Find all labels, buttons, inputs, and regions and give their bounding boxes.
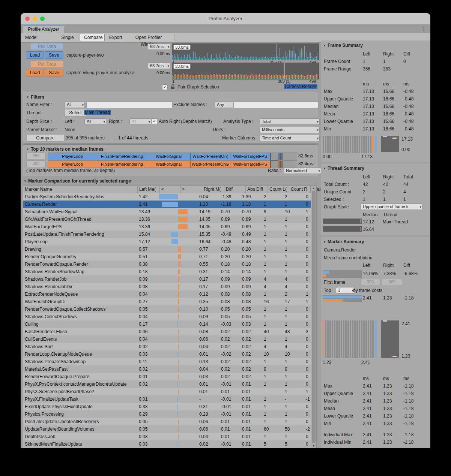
first-frame-left-button[interactable]: 356 [360,279,380,285]
frame-index-button[interactable]: 383 [26,160,46,167]
top-markers-bar[interactable]: PlayerLoopFinishFrameRenderingWaitForSig… [48,160,297,168]
load-left-button[interactable]: Load [26,51,44,59]
histogram-bar [334,320,335,358]
load-right-button[interactable]: Load [26,69,44,76]
marker-row[interactable]: Shadows.RenderShadowMap0.180.310.140.141… [23,268,311,275]
marker-row[interactable]: SkinnedMeshFinalizeUpdate0.030.02-0.010.… [23,440,311,448]
marker-row[interactable]: RenderLoop.CleanupNodeQueue0.030.01-0.02… [23,350,311,358]
column-header-left-me[interactable]: Left Me( [137,186,159,193]
marker-columns-dropdown[interactable]: Time and Count▾ [260,135,320,141]
cell: 16 [262,298,283,305]
marker-row[interactable]: PhysX.ScScene.postBroadPhase2-0.010.010.… [23,388,311,395]
pair-graph-selection-checkbox[interactable]: ✓ [162,84,168,90]
graph-bar [188,75,188,79]
name-filter-mode-dropdown[interactable]: All▾ [65,102,85,108]
frame-index-button[interactable]: 356 [26,153,46,159]
foldout-arrow-icon[interactable]: ▼ [323,167,326,170]
marker-row[interactable]: DepthPass.Job0.030.040.010.01110 [23,433,311,440]
foldout-arrow-icon[interactable]: ▼ [323,44,326,47]
summary-row: Min17.1316.66-0.48 [321,125,430,133]
unlock-icon[interactable] [170,84,175,90]
column-header-[interactable]: < [159,186,180,193]
column-header-[interactable]: > [180,186,202,193]
marker-row[interactable]: ExtractRenderNodeQueue0.040.120.080.0812… [23,290,311,298]
column-header-diff[interactable]: Diff [224,186,245,193]
marker-row[interactable]: RenderForwardOpaque.CollectShadows0.050.… [23,305,311,313]
marker-row[interactable]: Render.OpaqueGeometry0.510.710.200.20110 [23,253,311,260]
marker-row[interactable]: Semaphore.WaitForSignal13.4914.190.700.7… [23,208,311,216]
frame-time-graph-left[interactable]: 33.0ms [172,43,319,60]
foldout-arrow-icon[interactable]: ▼ [323,240,326,244]
marker-row[interactable]: Camera.Render2.411.23-1.181.18110 [23,201,311,208]
marker-row[interactable]: WaitForTargetFPS13.3614.050.690.69110 [23,223,311,231]
mode-single-button[interactable]: Single [54,34,81,41]
marker-row[interactable]: RenderForwardOpaque.Prepare0.010.030.020… [23,373,311,380]
column-header-marker-name[interactable]: Marker Name [23,186,137,193]
graph-bar [292,74,292,79]
mode-compare-button[interactable]: Compare [80,34,105,41]
marker-row[interactable]: Drawing0.570.770.200.20110 [23,245,311,253]
depth-left-dropdown[interactable]: All▾ [84,118,106,125]
foldout-arrow-icon[interactable]: ▼ [26,96,29,99]
units-dropdown[interactable]: Milliseconds▾ [260,127,320,133]
name-filter-input[interactable] [86,102,173,108]
frame-boxplot[interactable] [381,136,399,152]
foldout-arrow-icon[interactable]: ▼ [24,180,27,183]
save-right-button[interactable]: Save [45,69,63,76]
marker-row[interactable]: WaitForJobGroupID0.270.350.080.0816171 [23,298,311,305]
ratio-dropdown[interactable]: Normalised▾ [284,168,321,174]
kebab-menu-icon[interactable]: ⋮ [421,25,426,31]
pull-data-left-button[interactable]: Pull Data [30,43,63,50]
column-header-abs-diff[interactable]: ▾Abs Diff [245,186,268,193]
top-markers-bar[interactable]: PlayerLoopFinishFrameRenderingWaitForSig… [48,153,297,160]
scroll-up-icon[interactable]: ▲ [311,187,316,190]
marker-row[interactable]: BatchRenderer.Flush0.060.080.020.0240433 [23,328,311,335]
exclude-mode-dropdown[interactable]: Any▾ [215,102,236,108]
marker-row[interactable]: Shadows.PrepareShadowmap0.110.130.020.02… [23,358,311,365]
marker-row[interactable]: PostLateUpdate.FinishFrameRendering15.84… [23,231,311,238]
marker-boxplot[interactable] [381,320,399,358]
frame-histogram[interactable] [323,136,380,153]
scroll-down-icon[interactable]: ▼ [311,444,316,448]
marker-row[interactable]: Physics.Processing0.290.28-0.010.01110 [23,410,311,418]
auto-right-checkbox[interactable]: ✓ [152,118,157,124]
frame-time-graph-right[interactable]: 33.0ms [172,63,319,79]
range-dropdown-right[interactable]: 68.7ms▾ [148,63,170,69]
cell: 0.02 [241,365,262,373]
marker-row[interactable]: RenderForwardOpaque.Render0.380.550.180.… [23,260,311,268]
status-comma: , [113,136,114,141]
marker-row[interactable]: Culling0.170.14-0.030.03110 [23,320,311,328]
marker-row[interactable]: CullSendEvents0.040.060.020.02110 [23,335,311,343]
save-left-button[interactable]: Save [45,51,63,59]
marker-row[interactable]: PhysX.FinalizeUpdateTask0.01--0.010.011-… [23,395,311,403]
marker-row[interactable]: PostLateUpdate.UpdateAllRenderers0.050.0… [23,418,311,425]
marker-row[interactable]: UpdateRendererBoundingVolumes0.050.060.0… [23,425,311,433]
column-header-count-r[interactable]: Count R [289,186,310,193]
marker-row[interactable]: PlayerLoop17.1216.64-0.480.48110 [23,238,311,245]
pull-data-right-button[interactable]: Pull Data [30,61,63,67]
marker-row[interactable]: PhysX.PxsContext.contactManagerDiscreteU… [23,380,311,388]
marker-row[interactable]: Shadows.RenderJob0.090.170.090.09440 [23,275,311,283]
compare-button[interactable]: Compare [26,134,65,142]
first-frame-right-button[interactable]: 383 [382,279,402,285]
marker-row[interactable]: Shadows.RenderJobDir0.080.170.090.09440 [23,283,311,290]
foldout-arrow-icon[interactable]: ▼ [26,148,29,151]
tab-profile-analyzer[interactable]: Profile Analyzer [23,25,64,34]
marker-histogram[interactable] [323,320,380,358]
marker-row[interactable]: FixedUpdate.PhysicsFixedUpdate0.330.31-0… [23,403,311,410]
column-header-count-l[interactable]: Count L( [268,186,289,193]
exclude-names-input[interactable] [233,102,318,108]
range-dropdown-left[interactable]: 68.7ms▾ [148,43,170,50]
thread-select-button[interactable]: Select [65,109,86,117]
marker-row[interactable]: Shadows.CollectShadows0.040.090.050.0511… [23,313,311,320]
analysis-type-dropdown[interactable]: Total▾ [260,118,320,125]
open-profiler-window-button[interactable]: Open Profiler Window [123,34,174,41]
marker-row[interactable]: Gfx.WaitForPresentOnGfxThread13.3614.050… [23,216,311,223]
marker-row[interactable]: ParticleSystem.ScheduleGeometryJobs1.420… [23,193,311,201]
marker-row[interactable]: Material.SetPassFast0.020.040.020.02990 [23,365,311,373]
marker-row[interactable]: Shadows.Sort0.020.040.020.02440 [23,343,311,350]
graph-scale-dropdown[interactable]: Upper quartile of frame ti▾ [361,204,422,210]
scrollbar-thumb[interactable] [312,191,316,443]
column-header-right-m[interactable]: Right M( [202,186,224,193]
top-count-dropdown[interactable]: 3▾ [336,287,355,293]
